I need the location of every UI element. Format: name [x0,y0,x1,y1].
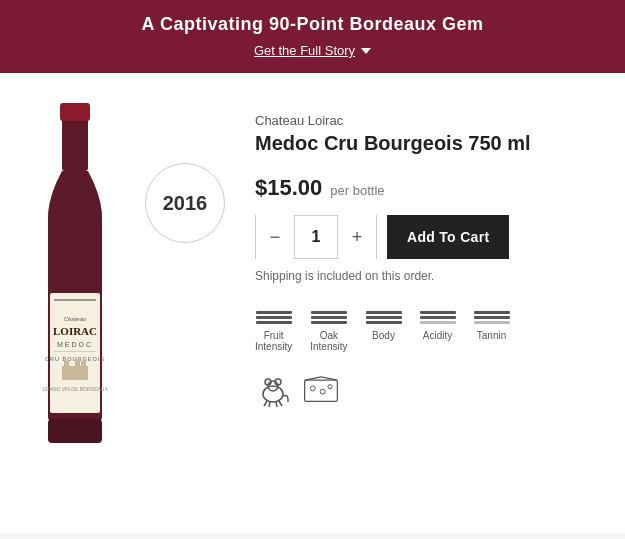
product-price: $15.00 [255,175,322,201]
bar-2 [311,316,347,319]
qty-decrease-button[interactable]: − [256,215,294,259]
qty-cart-row: − 1 + Add To Cart [255,215,595,259]
acidity-bars [420,311,456,324]
bar-3 [420,321,456,324]
acidity-label: Acidity [423,330,452,341]
body-label: Body [372,330,395,341]
svg-line-24 [279,401,282,406]
meat-icon [255,372,291,408]
tannin-bars [474,311,510,324]
body-bars [366,311,402,324]
svg-point-17 [263,386,283,402]
svg-text:MEDOC: MEDOC [57,341,93,348]
taste-body: Body [366,311,402,352]
bottle-svg: Chateau LOIRAC MEDOC CRU BOURGEOIS GRAND… [20,103,130,443]
bar-1 [474,311,510,314]
full-story-label: Get the Full Story [254,43,355,58]
bar-1 [256,311,292,314]
fruit-intensity-bars [256,311,292,324]
taste-fruit-intensity: FruitIntensity [255,311,292,352]
bar-2 [420,316,456,319]
svg-rect-5 [54,299,96,301]
year-circle: 2016 [145,163,225,243]
header-banner: A Captivating 90-Point Bordeaux Gem Get … [0,0,625,73]
product-name: Medoc Cru Bourgeois 750 ml [255,132,595,155]
svg-rect-3 [48,419,102,443]
full-story-link[interactable]: Get the Full Story [254,43,371,58]
svg-text:Chateau: Chateau [64,316,87,322]
svg-rect-11 [62,366,88,380]
quantity-value: 1 [294,215,338,259]
bar-1 [311,311,347,314]
taste-oak-intensity: OakIntensity [310,311,347,352]
winery-name: Chateau Loirac [255,113,595,128]
price-section: $15.00 per bottle [255,175,595,201]
svg-rect-16 [60,103,90,121]
banner-title: A Captivating 90-Point Bordeaux Gem [20,14,605,35]
product-area: Chateau LOIRAC MEDOC CRU BOURGEOIS GRAND… [0,73,625,533]
bar-2 [256,316,292,319]
add-to-cart-button[interactable]: Add To Cart [387,215,509,259]
bar-1 [420,311,456,314]
bar-2 [366,316,402,319]
taste-profile: FruitIntensity OakIntensity Body [255,311,595,352]
svg-line-22 [269,402,270,407]
oak-intensity-bars [311,311,347,324]
bar-1 [366,311,402,314]
svg-rect-25 [305,380,338,401]
svg-point-27 [320,389,325,394]
chevron-down-icon [361,48,371,54]
wine-bottle-section: Chateau LOIRAC MEDOC CRU BOURGEOIS GRAND… [20,103,225,443]
cheese-icon [303,372,339,408]
fruit-intensity-label: FruitIntensity [255,330,292,352]
shipping-note: Shipping is included on this order. [255,269,595,283]
food-pairing [255,372,595,408]
quantity-control: − 1 + [255,215,377,259]
svg-point-26 [310,386,315,391]
per-bottle-label: per bottle [330,183,384,198]
svg-rect-13 [75,359,80,368]
svg-rect-12 [64,361,69,368]
vintage-year: 2016 [163,192,208,215]
oak-intensity-label: OakIntensity [310,330,347,352]
svg-line-23 [276,402,277,407]
tannin-label: Tannin [477,330,506,341]
bar-3 [474,321,510,324]
taste-tannin: Tannin [474,311,510,352]
bar-3 [311,321,347,324]
svg-rect-9 [54,351,96,352]
svg-line-21 [264,401,267,406]
bar-3 [366,321,402,324]
bottle-image: Chateau LOIRAC MEDOC CRU BOURGEOIS GRAND… [20,103,130,443]
svg-text:GRAND VIN DE BORDEAUX: GRAND VIN DE BORDEAUX [42,386,108,392]
bar-3 [256,321,292,324]
svg-rect-14 [81,361,86,368]
product-info: Chateau Loirac Medoc Cru Bourgeois 750 m… [255,103,595,408]
taste-acidity: Acidity [420,311,456,352]
qty-increase-button[interactable]: + [338,215,376,259]
bar-2 [474,316,510,319]
svg-text:LOIRAC: LOIRAC [53,325,97,337]
svg-point-28 [328,385,332,389]
svg-rect-4 [50,293,100,413]
